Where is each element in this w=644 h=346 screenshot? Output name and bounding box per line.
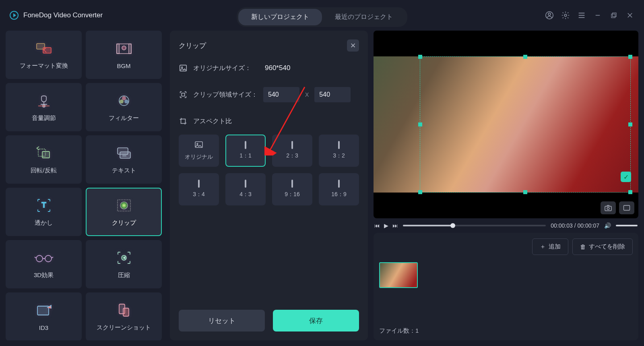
player-bar: ⏮ ▶ ⏭ 00:00:03 / 00:00:07 🔊 (374, 222, 638, 229)
svg-rect-37 (123, 308, 129, 316)
tab-new-project[interactable]: 新しいプロジェクト (238, 9, 322, 25)
tool-label: フィルター (109, 114, 139, 122)
ratio-shape-icon (245, 180, 246, 187)
play-button[interactable]: ▶ (384, 222, 388, 229)
svg-point-20 (122, 96, 126, 100)
tool-icon (34, 40, 54, 56)
tool-9[interactable]: 圧縮 (86, 240, 162, 288)
ratio-label: 16：9 (331, 191, 346, 198)
svg-point-21 (124, 99, 128, 104)
svg-rect-45 (605, 206, 611, 211)
tool-icon (114, 250, 134, 266)
tool-icon (114, 145, 134, 161)
seek-slider[interactable] (403, 225, 546, 226)
svg-rect-8 (611, 14, 615, 18)
plus-icon: ＋ (540, 243, 546, 251)
svg-point-43 (197, 143, 198, 144)
clip-panel: クリップ ✕ オリジナルサイズ： 960*540 クリップ領域サイズ： X アス… (170, 31, 368, 340)
tool-icon (114, 197, 134, 213)
original-size-value: 960*540 (265, 64, 290, 72)
panel-close-button[interactable]: ✕ (347, 39, 359, 52)
ratio-3：4[interactable]: 3：4 (179, 173, 219, 205)
ratio-2：3[interactable]: 2：3 (272, 135, 312, 167)
video-preview: ✓ (374, 31, 638, 218)
hamburger-icon[interactable] (577, 11, 586, 20)
svg-point-2 (564, 14, 567, 17)
maximize-icon[interactable] (609, 11, 618, 20)
tool-icon (114, 302, 134, 318)
crop-width-input[interactable] (263, 87, 299, 102)
close-icon[interactable] (625, 11, 634, 20)
aspect-icon (179, 117, 188, 126)
volume-slider[interactable] (616, 225, 638, 226)
tool-3[interactable]: フィルター (86, 83, 162, 131)
reset-button[interactable]: リセット (179, 310, 265, 331)
minimize-icon[interactable] (593, 11, 602, 20)
save-button[interactable]: 保存 (273, 310, 359, 331)
tool-4[interactable]: 回転/反転 (6, 135, 82, 184)
tool-2[interactable]: 音量調節 (6, 83, 82, 131)
app-name: FoneDog Video Converter (23, 11, 103, 19)
tool-6[interactable]: T透かし (6, 188, 82, 236)
tool-1[interactable]: BGM (86, 31, 162, 79)
gear-icon[interactable] (561, 11, 570, 20)
svg-rect-40 (182, 93, 184, 96)
svg-point-32 (36, 255, 43, 262)
tool-0[interactable]: フォーマット変換 (6, 31, 82, 79)
svg-point-22 (120, 99, 124, 104)
tool-label: 音量調節 (32, 114, 56, 122)
ratio-shape-icon (198, 180, 200, 187)
file-thumbnail[interactable] (379, 262, 418, 288)
tool-icon (34, 302, 54, 319)
svg-rect-7 (613, 13, 616, 17)
panel-title: クリップ (179, 41, 206, 50)
time-display: 00:00:03 / 00:00:07 (551, 222, 599, 229)
svg-point-31 (120, 202, 128, 209)
tool-label: クリップ (112, 219, 136, 227)
tool-5[interactable]: テキスト (86, 135, 162, 184)
tool-10[interactable]: ID3 (6, 292, 82, 340)
trash-icon: 🗑 (580, 243, 586, 250)
add-file-button[interactable]: ＋追加 (532, 238, 568, 255)
volume-icon[interactable]: 🔊 (604, 222, 611, 229)
svg-point-33 (45, 255, 52, 262)
ratio-16：9[interactable]: 16：9 (319, 173, 359, 205)
ratio-label: オリジナル (185, 153, 213, 161)
ratio-shape-icon (245, 142, 246, 148)
file-area: ＋追加 🗑すべてを削除 ファイル数：1 (374, 233, 638, 340)
tool-8[interactable]: 3D効果 (6, 240, 82, 288)
tool-11[interactable]: スクリーンショット (86, 292, 162, 340)
ratio-1：1[interactable]: 1：1 (225, 135, 266, 167)
confirm-crop-icon[interactable]: ✓ (621, 172, 631, 182)
svg-rect-47 (624, 205, 630, 210)
tool-7[interactable]: クリップ (86, 188, 162, 236)
ratio-label: 3：2 (333, 152, 345, 160)
tool-icon: T (34, 197, 54, 213)
original-size-label: オリジナルサイズ： (193, 64, 251, 73)
ratio-shape-icon (291, 142, 293, 148)
tool-icon (114, 93, 134, 109)
snapshot-button[interactable] (601, 201, 616, 214)
video-frame (374, 56, 638, 193)
ratio-9：16[interactable]: 9：16 (272, 173, 312, 205)
svg-text:T: T (41, 201, 46, 209)
prev-button[interactable]: ⏮ (374, 222, 380, 229)
tool-label: 透かし (35, 219, 53, 227)
crop-height-input[interactable] (314, 87, 351, 102)
ratio-3：2[interactable]: 3：2 (319, 135, 359, 167)
ratio-オリジナル[interactable]: オリジナル (179, 135, 219, 167)
fullscreen-button[interactable] (619, 201, 634, 214)
ratio-label: 3：4 (193, 191, 205, 198)
account-icon[interactable] (545, 11, 554, 20)
tab-recent-project[interactable]: 最近のプロジェクト (322, 9, 406, 25)
tool-icon (34, 145, 54, 161)
next-button[interactable]: ⏭ (392, 222, 398, 229)
svg-point-46 (607, 207, 609, 210)
tool-label: フォーマット変換 (20, 62, 68, 70)
ratio-label: 1：1 (239, 152, 252, 160)
ratio-4：3[interactable]: 4：3 (225, 173, 266, 205)
ratio-shape-icon (338, 180, 340, 187)
svg-point-18 (43, 105, 45, 107)
delete-all-button[interactable]: 🗑すべてを削除 (572, 238, 633, 255)
svg-point-14 (122, 46, 126, 50)
